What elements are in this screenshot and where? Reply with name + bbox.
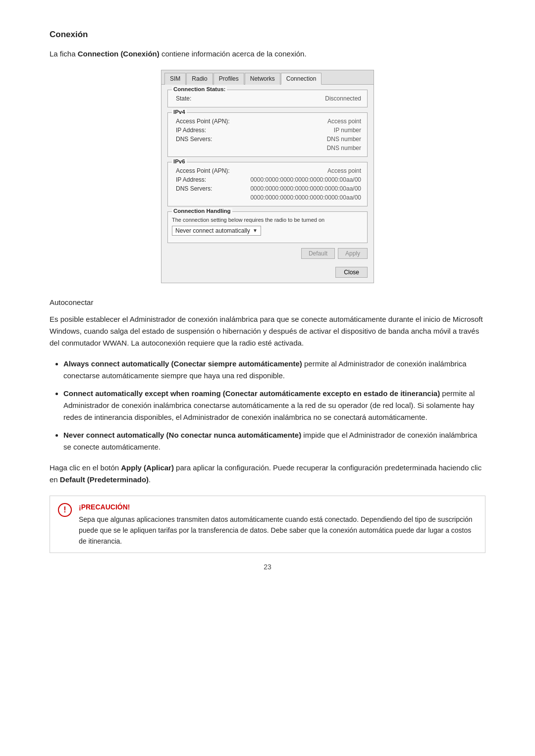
bullet-2-bold: Never connect automatically (No conectar… [63, 431, 301, 439]
bottom-paragraph: Haga clic en el botón Apply (Aplicar) pa… [50, 462, 485, 486]
precaution-text-block: ¡PRECAUCIÓN! Sepa que algunas aplicacion… [79, 502, 477, 547]
intro-text: La ficha Connection (Conexión) contiene … [50, 49, 485, 60]
state-label: State: [172, 95, 231, 102]
precaution-body: Sepa que algunas aplicaciones transmiten… [79, 514, 477, 547]
ipv6-group: IPv6 Access Point (APN): Access point IP… [167, 162, 368, 206]
connection-status-label: Connection Status: [172, 86, 227, 92]
state-value: Disconnected [325, 95, 363, 102]
ipv4-row-2: DNS Servers: DNS number [172, 136, 363, 143]
handling-text: The connection setting below requires th… [172, 217, 363, 223]
tab-radio[interactable]: Radio [186, 73, 213, 85]
dialog-box: SIM Radio Profiles Networks Connection C… [161, 70, 374, 283]
intro-suffix: contiene información acerca de la conexi… [160, 50, 307, 58]
ipv4-dns2-value: DNS number [327, 145, 363, 151]
tab-profiles[interactable]: Profiles [214, 73, 244, 85]
ipv4-row-3: DNS number [172, 145, 363, 151]
connection-handling-group: Connection Handling The connection setti… [167, 211, 368, 243]
connection-status-group: Connection Status: State: Disconnected [167, 90, 368, 107]
bottom-bold1: Apply (Aplicar) [121, 463, 174, 472]
state-row: State: Disconnected [172, 95, 363, 102]
handling-label: Connection Handling [172, 208, 232, 214]
list-item-1: Connect automatically except when roamin… [63, 388, 485, 423]
apply-button[interactable]: Apply [338, 248, 368, 259]
auto-connect-dropdown[interactable]: Never connect automatically ▼ [172, 226, 261, 236]
list-item-0: Always connect automatically (Conectar s… [63, 358, 485, 382]
ipv6-label: IPv6 [172, 158, 187, 164]
ipv6-apn-value: Access point [327, 167, 363, 174]
close-button-row: Close [161, 267, 374, 283]
dialog-tabs: SIM Radio Profiles Networks Connection [161, 70, 374, 85]
ipv4-row-1: IP Address: IP number [172, 127, 363, 134]
ipv6-row-0: Access Point (APN): Access point [172, 167, 363, 174]
ipv6-row-2: DNS Servers: 0000:0000:0000:0000:0000:00… [172, 185, 363, 192]
tab-connection[interactable]: Connection [281, 73, 322, 85]
ipv6-row-3: 0000:0000:0000:0000:0000:0000:00aa/00 [172, 194, 363, 201]
ipv4-ip-label: IP Address: [172, 127, 231, 134]
precaution-icon: ! [58, 503, 72, 517]
bullet-0-bold: Always connect automatically (Conectar s… [63, 359, 302, 368]
section-title: Conexión [50, 30, 485, 40]
precaution-box: ! ¡PRECAUCIÓN! Sepa que algunas aplicaci… [50, 496, 485, 554]
ipv6-ip-label: IP Address: [172, 176, 231, 183]
ipv4-apn-value: Access point [327, 118, 363, 125]
bottom-prefix: Haga clic en el botón [50, 463, 121, 472]
tab-sim[interactable]: SIM [164, 73, 186, 85]
dropdown-arrow-icon: ▼ [253, 228, 258, 233]
ipv4-group: IPv4 Access Point (APN): Access point IP… [167, 112, 368, 157]
list-item-2: Never connect automatically (No conectar… [63, 429, 485, 453]
dialog-action-buttons: Default Apply [167, 248, 368, 259]
bottom-bold2: Default (Predeterminado) [60, 475, 149, 484]
ipv6-empty-label [172, 194, 231, 201]
precaution-title: ¡PRECAUCIÓN! [79, 502, 477, 513]
ipv4-row-0: Access Point (APN): Access point [172, 118, 363, 125]
ipv6-row-1: IP Address: 0000:0000:0000:0000:0000:000… [172, 176, 363, 183]
autoconectar-subtitle: Autoconectar [50, 298, 485, 306]
ipv4-dns-label: DNS Servers: [172, 136, 231, 143]
dropdown-value: Never connect automatically [175, 227, 250, 234]
bullet-1-bold: Connect automatically except when roamin… [63, 389, 440, 398]
ipv4-dns1-value: DNS number [327, 136, 363, 143]
intro-prefix: La ficha [50, 50, 78, 58]
bullet-list: Always connect automatically (Conectar s… [63, 358, 485, 453]
intro-bold: Connection (Conexión) [78, 50, 160, 58]
bottom-suffix: . [149, 475, 151, 484]
dropdown-row: Never connect automatically ▼ [172, 226, 363, 236]
ipv6-dns-label: DNS Servers: [172, 185, 231, 192]
page-number: 23 [50, 563, 485, 571]
close-button[interactable]: Close [335, 267, 368, 278]
tab-networks[interactable]: Networks [245, 73, 280, 85]
ipv4-label: IPv4 [172, 109, 187, 115]
ipv4-ip-value: IP number [334, 127, 363, 134]
ipv4-apn-label: Access Point (APN): [172, 118, 231, 125]
ipv6-ip-value: 0000:0000:0000:0000:0000:0000:00aa/00 [250, 176, 363, 183]
default-button[interactable]: Default [301, 248, 335, 259]
main-paragraph: Es posible establecer el Administrador d… [50, 313, 485, 349]
ipv6-dns2-value: 0000:0000:0000:0000:0000:0000:00aa/00 [250, 194, 363, 201]
ipv6-dns1-value: 0000:0000:0000:0000:0000:0000:00aa/00 [250, 185, 363, 192]
dialog-content: Connection Status: State: Disconnected I… [161, 85, 374, 264]
ipv6-apn-label: Access Point (APN): [172, 167, 231, 174]
ipv4-empty-label [172, 145, 231, 151]
